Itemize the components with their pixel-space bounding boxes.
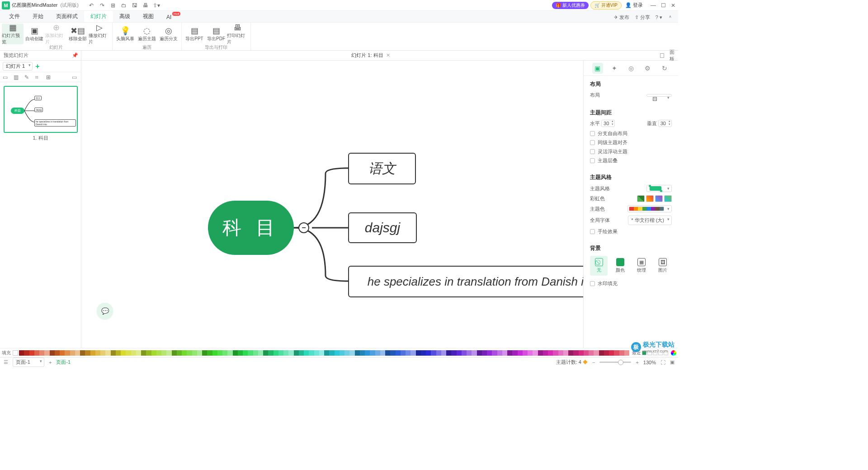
- new-icon[interactable]: ⊞: [108, 1, 118, 10]
- zoom-plus-icon[interactable]: +: [636, 360, 638, 365]
- fill-label: 填充: [2, 350, 11, 356]
- save-icon[interactable]: 🖫: [130, 1, 139, 10]
- colorbar: 填充 最近: [0, 348, 678, 357]
- page-tab[interactable]: 页面-1: [56, 359, 71, 366]
- chat-fab-icon[interactable]: 💬: [97, 303, 113, 319]
- btn-slide-preview[interactable]: ▦幻灯片预览: [2, 24, 24, 44]
- chk-watermark[interactable]: 水印填充: [590, 280, 672, 287]
- fill-current-icon[interactable]: [13, 350, 18, 356]
- gap-v-input[interactable]: 30: [658, 120, 672, 127]
- rp-title-gap: 主题间距: [590, 109, 672, 117]
- lt-icon-3[interactable]: ✎: [24, 74, 31, 80]
- menu-slides[interactable]: 幻灯片: [84, 11, 113, 22]
- share-button[interactable]: ⇪ 分享: [635, 14, 650, 21]
- publish-button[interactable]: ✈ 发布: [614, 14, 629, 21]
- zoom-slider[interactable]: [599, 362, 631, 363]
- color-strip[interactable]: [19, 350, 629, 356]
- btn-play-slides[interactable]: ▷播放幻灯片: [89, 24, 110, 44]
- undo-icon[interactable]: ↶: [87, 1, 96, 10]
- btn-export-pdf[interactable]: ▤导出PDF: [205, 24, 227, 44]
- rp-tab-style-icon[interactable]: ✦: [609, 63, 620, 74]
- menu-start[interactable]: 开始: [26, 11, 50, 22]
- add-slide-icon[interactable]: +: [35, 62, 39, 70]
- btn-print-slides[interactable]: 🖶打印幻灯片: [227, 24, 249, 44]
- zoom-value: 130%: [643, 360, 656, 365]
- zoom-minus-icon[interactable]: −: [592, 360, 595, 365]
- vip-button[interactable]: 🛒 开通VIP: [590, 1, 622, 9]
- redo-icon[interactable]: ↷: [98, 1, 107, 10]
- promo-newuser-button[interactable]: 🎁 新人优惠券: [552, 2, 589, 9]
- add-page-icon[interactable]: +: [49, 360, 52, 365]
- main-area: 幻灯片 1 + ▭ ▥ ✎ ⌗ ⊞ ▭ 科目 语文 dajsgj he spec…: [0, 61, 678, 348]
- slide-selector[interactable]: 幻灯片 1: [3, 62, 33, 70]
- btn-traverse-topic[interactable]: ◌遍历主题: [136, 24, 158, 44]
- site-watermark: 极 极光下载站www.xz7.com: [631, 341, 675, 353]
- themecolor-select[interactable]: [627, 205, 672, 212]
- node-child-1[interactable]: 语文: [348, 153, 416, 184]
- bg-image[interactable]: 🖼图片: [654, 256, 672, 276]
- gap-h-input[interactable]: 30: [601, 120, 615, 127]
- btn-brainstorm[interactable]: 💡头脑风暴: [114, 24, 136, 44]
- window-maximize-icon[interactable]: ☐: [658, 0, 668, 10]
- node-root[interactable]: 科 目: [208, 201, 294, 255]
- style-select[interactable]: [646, 185, 672, 192]
- collapse-toggle-icon[interactable]: −: [298, 222, 309, 233]
- lt-icon-5[interactable]: ⊞: [46, 74, 52, 80]
- statusbar: ☰ 页面-1 + 页面-1 主题计数: 4 ◆ − + 130% ⛶ ▣: [0, 357, 678, 367]
- login-button[interactable]: 👤 登录: [625, 2, 643, 9]
- app-name: 亿图脑图MindMaster: [12, 2, 57, 9]
- rp-tab-settings-icon[interactable]: ⚙: [642, 63, 653, 74]
- menu-view[interactable]: 视图: [137, 11, 160, 22]
- node-child-3[interactable]: he specializes in translation from Danis…: [348, 266, 583, 297]
- btn-auto-create[interactable]: ▣自动创建: [24, 24, 45, 44]
- slide-thumbnail[interactable]: 科目 语文 dajsgj he specializes in translati…: [4, 86, 78, 133]
- rp-tab-layout-icon[interactable]: ▣: [592, 63, 603, 74]
- page-select[interactable]: 页面-1: [13, 357, 44, 367]
- node-child-2[interactable]: dajsgj: [348, 212, 417, 243]
- btn-export-ppt[interactable]: ▤导出PPT: [184, 24, 205, 44]
- menu-ai[interactable]: AIHot: [160, 12, 178, 22]
- bg-color[interactable]: 颜色: [611, 256, 629, 276]
- chk-align-siblings[interactable]: 同级主题对齐: [590, 139, 672, 146]
- chk-overlap[interactable]: 主题层叠: [590, 157, 672, 164]
- window-close-icon[interactable]: ✕: [668, 0, 678, 10]
- collapse-ribbon-icon[interactable]: ＾: [668, 14, 673, 21]
- lt-icon-2[interactable]: ▥: [14, 74, 20, 80]
- hot-badge: Hot: [172, 12, 180, 16]
- window-minimize-icon[interactable]: ―: [648, 0, 658, 10]
- close-slide-icon[interactable]: ✕: [386, 52, 390, 58]
- chk-handdraw[interactable]: 手绘效果: [590, 228, 672, 235]
- export-icon[interactable]: ⇪▾: [152, 1, 161, 10]
- right-panel-tabs: ▣ ✦ ◎ ⚙ ↻: [584, 61, 678, 76]
- bg-none[interactable]: ⃠无: [590, 256, 608, 276]
- outline-icon[interactable]: ☰: [4, 359, 8, 365]
- panel-toggle[interactable]: 面板: [660, 49, 678, 62]
- canvas[interactable]: 科 目 − 语文 dajsgj he specializes in transl…: [81, 61, 583, 348]
- fit-icon[interactable]: ⛶: [660, 360, 665, 365]
- print-icon[interactable]: 🖶: [141, 1, 150, 10]
- rainbow-swatches[interactable]: [637, 195, 672, 202]
- rp-tab-mark-icon[interactable]: ◎: [626, 63, 637, 74]
- pin-icon[interactable]: 📌: [72, 52, 78, 58]
- topic-count-label: 主题计数: 4 ◆: [556, 359, 588, 366]
- bg-texture[interactable]: ▦纹理: [633, 256, 651, 276]
- btn-add-slide[interactable]: ⊕添加幻灯片: [45, 24, 67, 44]
- menu-advanced[interactable]: 高级: [113, 11, 137, 22]
- menu-pagestyle[interactable]: 页面样式: [50, 11, 84, 22]
- app-logo-icon: M: [2, 1, 10, 9]
- rp-tab-history-icon[interactable]: ↻: [659, 63, 670, 74]
- chk-floating[interactable]: 灵活浮动主题: [590, 148, 672, 155]
- btn-remove-all[interactable]: ✖▤移除全部: [67, 24, 89, 44]
- chk-free-layout[interactable]: 分支自由布局: [590, 130, 672, 137]
- rp-title-bg: 背景: [590, 244, 672, 252]
- lt-icon-1[interactable]: ▭: [3, 74, 9, 80]
- menu-file[interactable]: 文件: [3, 11, 26, 22]
- lt-icon-6[interactable]: ▭: [72, 74, 78, 80]
- fullscreen-icon[interactable]: ▣: [670, 359, 675, 365]
- open-icon[interactable]: 🗀: [119, 1, 128, 10]
- lt-icon-4[interactable]: ⌗: [35, 74, 42, 80]
- btn-traverse-branch[interactable]: ◎遍历分支: [158, 24, 179, 44]
- layout-select[interactable]: [646, 94, 672, 97]
- help-icon[interactable]: ? ▾: [656, 14, 662, 20]
- font-select[interactable]: * 华文行楷 (大): [628, 216, 672, 225]
